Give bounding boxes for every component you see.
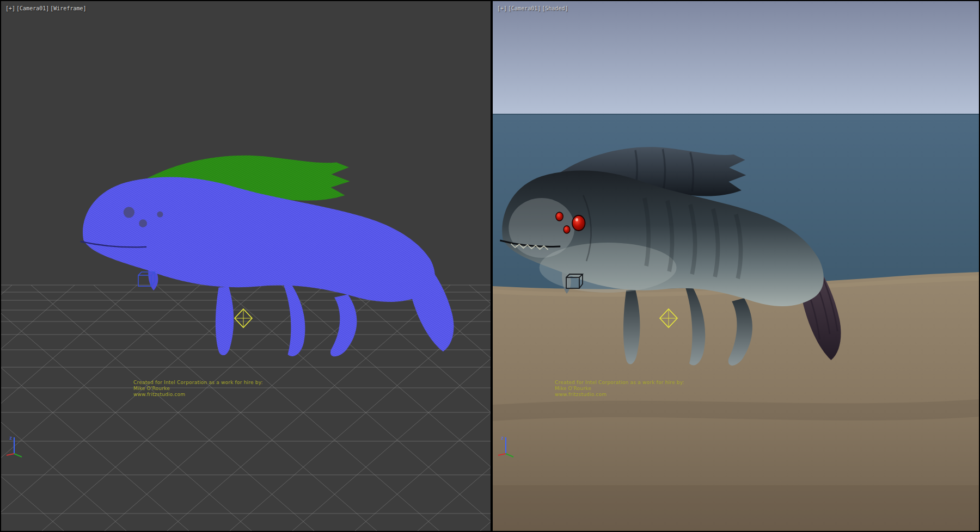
watermark-line-3: www.fritzstudio.com — [133, 392, 263, 398]
viewport-shaded[interactable]: [+] [Camera01] [Shaded] Created for Inte… — [493, 1, 979, 531]
watermark-line-2: Mike O'Rourke — [133, 386, 263, 392]
world-axis-tripod: z — [497, 431, 521, 458]
watermark-line-1: Created for Intel Corporation as a work … — [555, 380, 684, 386]
fish-body-wires — [83, 177, 435, 302]
eye — [139, 219, 147, 227]
viewport-label: [+] [Camera01] [Wireframe] — [5, 5, 87, 11]
viewport-pov-menu[interactable]: [+] — [497, 5, 507, 11]
eye — [124, 207, 134, 218]
eye-highlight — [575, 218, 578, 221]
viewport-shading-menu[interactable]: [Shaded] — [542, 5, 568, 11]
viewport-canvas-shaded[interactable] — [493, 1, 979, 531]
viewport-pov-menu[interactable]: [+] — [5, 5, 15, 11]
axis-y-line — [14, 454, 22, 457]
dual-viewport-stage: [+] [Camera01] [Wireframe] Created for I… — [0, 0, 980, 532]
sky-background — [493, 1, 979, 115]
eye — [564, 226, 570, 233]
fish-model-wireframe[interactable] — [81, 156, 454, 357]
viewport-camera-menu[interactable]: [Camera01] — [16, 5, 49, 11]
fin-wires — [284, 283, 305, 356]
axis-x-line — [498, 454, 506, 455]
watermark-line-3: www.fritzstudio.com — [555, 392, 684, 398]
viewport-shading-menu[interactable]: [Wireframe] — [50, 5, 86, 11]
axis-x-line — [7, 454, 14, 455]
viewport-camera-menu[interactable]: [Camera01] — [508, 5, 541, 11]
horizon-line — [493, 114, 979, 115]
viewport-wireframe[interactable]: [+] [Camera01] [Wireframe] Created for I… — [1, 1, 491, 531]
fin-wires — [216, 287, 234, 356]
ground-mesh-grid[interactable] — [1, 285, 491, 531]
axis-y-line — [506, 454, 513, 457]
viewport-canvas-wireframe[interactable] — [1, 1, 491, 531]
eye — [157, 212, 163, 218]
grid-diagonal-lines-b — [1, 285, 491, 531]
grid-horizontal-lines — [1, 285, 491, 514]
eye — [556, 212, 563, 221]
watermark-text: Created for Intel Corporation as a work … — [133, 380, 263, 398]
axis-z-label: z — [9, 435, 12, 441]
watermark-text: Created for Intel Corporation as a work … — [555, 380, 684, 398]
eye — [572, 215, 585, 231]
watermark-line-2: Mike O'Rourke — [555, 386, 684, 392]
axis-z-label: z — [501, 435, 504, 441]
viewport-label: [+] [Camera01] [Shaded] — [497, 5, 568, 11]
sand-foreground-shadow — [493, 485, 979, 531]
world-axis-tripod: z — [5, 431, 29, 458]
watermark-line-1: Created for Intel Corporation as a work … — [133, 380, 263, 386]
